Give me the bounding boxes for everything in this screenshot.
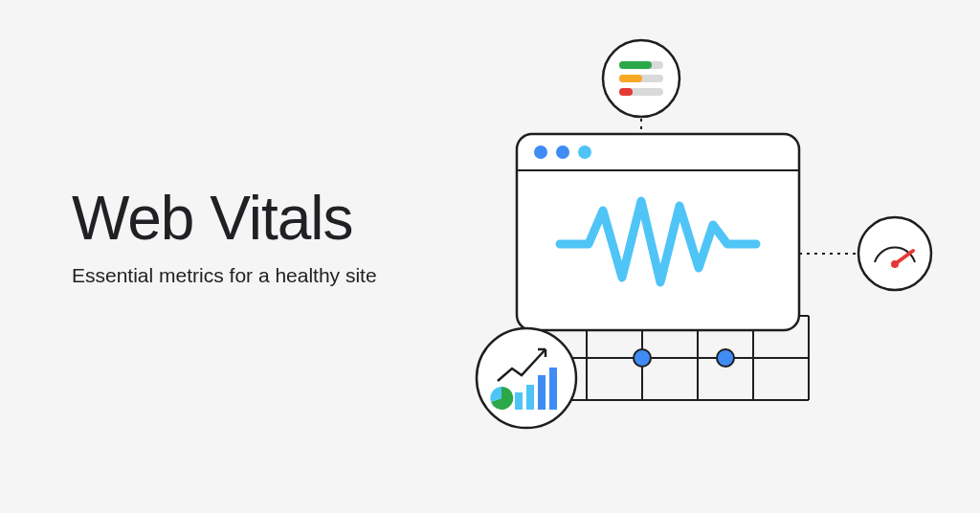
svg-point-14	[534, 145, 547, 159]
hero-text: Web Vitals Essential metrics for a healt…	[72, 187, 377, 287]
svg-point-10	[634, 349, 651, 367]
browser-window-icon	[517, 134, 799, 330]
svg-rect-12	[517, 134, 799, 330]
svg-rect-23	[619, 88, 633, 96]
svg-rect-29	[526, 385, 534, 410]
svg-rect-19	[619, 61, 652, 69]
speed-gauge-icon	[858, 217, 931, 290]
svg-rect-31	[549, 368, 557, 410]
metrics-bars-icon	[603, 40, 679, 117]
svg-point-11	[717, 349, 734, 367]
svg-point-26	[891, 260, 899, 268]
svg-point-24	[858, 217, 931, 290]
analytics-chart-icon	[477, 328, 576, 428]
page-subtitle: Essential metrics for a healthy site	[72, 264, 377, 287]
svg-rect-21	[619, 75, 642, 82]
page-title: Web Vitals	[72, 187, 377, 251]
svg-rect-30	[538, 375, 546, 410]
svg-point-15	[556, 145, 569, 159]
svg-point-16	[578, 145, 591, 159]
svg-point-27	[477, 328, 576, 428]
hero-illustration	[459, 38, 957, 488]
svg-rect-28	[515, 392, 523, 410]
